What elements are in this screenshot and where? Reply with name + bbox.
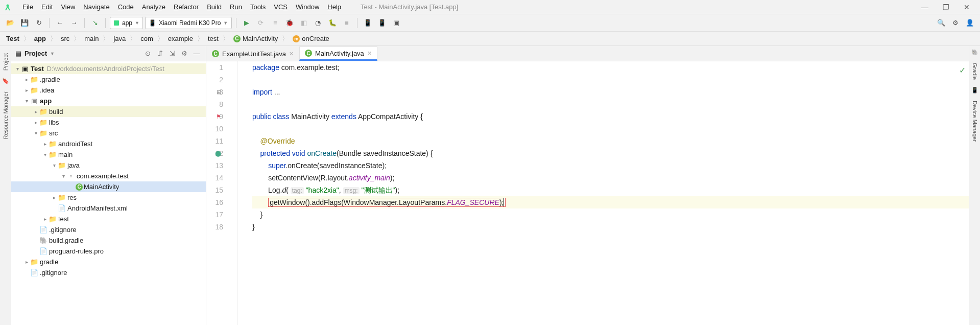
device-selector[interactable]: 📱 Xiaomi Redmi K30 Pro ▼ (145, 17, 232, 29)
open-button[interactable]: 📂 (4, 17, 16, 29)
tree-root[interactable]: ▾▣ Test D:\workdocuments\AndroidProjects… (11, 63, 206, 74)
run-button[interactable]: ▶ (241, 17, 253, 29)
chevron-down-icon[interactable]: ▼ (50, 51, 55, 56)
tree-row[interactable]: 📄proguard-rules.pro (11, 246, 206, 257)
folder-icon: 📁 (57, 194, 66, 201)
menu-help[interactable]: Help (323, 3, 345, 11)
close-icon[interactable]: ✕ (367, 50, 372, 57)
close-icon[interactable]: ✕ (289, 51, 294, 57)
instant-run-button[interactable]: ≡ (269, 17, 281, 29)
menu-window[interactable]: Window (292, 3, 323, 11)
bc-item[interactable]: src (59, 35, 71, 42)
bc-item[interactable]: java (111, 35, 128, 42)
menu-edit[interactable]: Edit (37, 3, 57, 11)
tree-row[interactable]: ▸📁test (11, 214, 206, 224)
expand-all-icon[interactable]: ⇵ (155, 50, 165, 57)
tree-row[interactable]: ▸📁gradle (11, 257, 206, 267)
module-selector[interactable]: app ▼ (110, 17, 143, 29)
bookmark-icon[interactable]: 🔖 (2, 78, 9, 84)
tree-row[interactable]: 📄.gitignore (11, 224, 206, 235)
bc-item[interactable]: com (138, 35, 155, 42)
bc-item[interactable]: monCreate (291, 35, 331, 42)
bc-item[interactable]: Test (4, 35, 21, 42)
settings-button[interactable]: ⚙ (949, 17, 962, 29)
tree-row[interactable]: ▾▣app (11, 96, 206, 106)
inspections-ok-icon[interactable]: ✓ (959, 64, 966, 77)
menu-bar: File Edit View Navigate Code Analyze Ref… (0, 0, 980, 14)
back-button[interactable]: ← (54, 17, 66, 29)
save-button[interactable]: 💾 (18, 17, 31, 29)
menu-file[interactable]: File (18, 3, 37, 11)
file-icon: 📄 (39, 247, 48, 255)
menu-analyze[interactable]: Analyze (138, 3, 170, 11)
avd-button[interactable]: 📱 (362, 17, 374, 29)
user-button[interactable]: 👤 (964, 17, 976, 29)
bc-item[interactable]: test (206, 35, 221, 42)
tab-example-unit-test[interactable]: C ExampleUnitTest.java ✕ (206, 47, 299, 61)
debug-button[interactable]: 🐞 (283, 17, 296, 29)
tree-row[interactable]: CMainActivity (11, 181, 206, 192)
device-manager-tab[interactable]: Device Manager (972, 97, 978, 146)
maximize-icon[interactable]: ❐ (943, 3, 949, 11)
tree-row[interactable]: ▸📁.idea (11, 85, 206, 96)
device-icon[interactable]: 📱 (971, 87, 978, 94)
sync-button[interactable]: ↻ (33, 17, 45, 29)
tree-row[interactable]: ▸📁build (11, 106, 206, 117)
search-button[interactable]: 🔍 (935, 17, 947, 29)
class-icon: C (233, 35, 241, 42)
code-body[interactable]: ✓ package com.example.test; import ... p… (238, 61, 969, 325)
show-options-icon[interactable]: ⚙ (179, 50, 189, 57)
project-tool-tab[interactable]: Project (3, 49, 9, 75)
app-inspection-button[interactable]: ▣ (390, 17, 402, 29)
build-button[interactable]: ↘ (89, 17, 101, 29)
folder-icon: 📁 (30, 86, 39, 94)
bc-item[interactable]: app (32, 35, 48, 42)
collapse-all-icon[interactable]: ⇲ (167, 50, 177, 57)
close-icon[interactable]: ✕ (964, 3, 970, 11)
profile-button[interactable]: ◔ (312, 17, 324, 29)
tree-row[interactable]: ▾📁java (11, 160, 206, 171)
resource-manager-tab[interactable]: Resource Manager (3, 87, 9, 144)
select-opened-file-icon[interactable]: ⊙ (142, 50, 153, 57)
tree-row[interactable]: ▸📁res (11, 192, 206, 203)
tree-row[interactable]: ▸📁libs (11, 117, 206, 128)
tree-row[interactable]: ▸📁.gradle (11, 74, 206, 85)
gradle-icon[interactable]: 🐘 (971, 49, 978, 56)
menu-view[interactable]: View (57, 3, 79, 11)
tree-row[interactable]: 🐘build.gradle (11, 235, 206, 246)
hide-icon[interactable]: — (192, 50, 202, 57)
folder-icon: 📁 (39, 119, 48, 126)
tree-row[interactable]: ▾📁main (11, 149, 206, 160)
menu-vcs[interactable]: VCS (270, 3, 292, 11)
rerun-button[interactable]: ⟳ (255, 17, 267, 29)
tree-row[interactable]: 📄.gitignore (11, 267, 206, 278)
code-area[interactable]: 1 2 3⊞ 8 9⚑ 10 11 12⬤ 13 14 15 16 17 18 … (206, 61, 969, 325)
menu-navigate[interactable]: Navigate (79, 3, 113, 11)
menu-tools[interactable]: Tools (246, 3, 270, 11)
menu-build[interactable]: Build (203, 3, 226, 11)
attach-debugger-button[interactable]: 🐛 (326, 17, 339, 29)
bc-item[interactable]: example (166, 35, 195, 42)
menu-refactor[interactable]: Refactor (170, 3, 203, 11)
forward-button[interactable]: → (68, 17, 80, 29)
sdk-button[interactable]: 📱 (376, 17, 388, 29)
tab-main-activity[interactable]: C MainActivity.java ✕ (299, 47, 377, 61)
minimize-icon[interactable]: — (921, 3, 928, 11)
coverage-button[interactable]: ◧ (298, 17, 310, 29)
tree-row[interactable]: ▾📁src (11, 128, 206, 138)
tree-row[interactable]: ▸📁androidTest (11, 138, 206, 149)
file-icon: 📄 (57, 204, 66, 212)
project-header-title[interactable]: Project (25, 50, 47, 57)
menu-run[interactable]: Run (226, 3, 246, 11)
stop-button[interactable]: ■ (341, 17, 353, 29)
tree-row[interactable]: 📄AndroidManifest.xml (11, 203, 206, 214)
gradle-tab[interactable]: Gradle (972, 59, 978, 84)
bc-item[interactable]: main (82, 35, 101, 42)
folder-icon: 📁 (48, 140, 57, 148)
gutter: 1 2 3⊞ 8 9⚑ 10 11 12⬤ 13 14 15 16 17 18 (206, 61, 238, 325)
file-icon: ▣ (30, 97, 39, 105)
menu-code[interactable]: Code (114, 3, 138, 11)
project-tree[interactable]: ▾▣ Test D:\workdocuments\AndroidProjects… (11, 61, 206, 325)
tree-row[interactable]: ▾▫com.example.test (11, 171, 206, 181)
bc-item[interactable]: CMainActivity (231, 35, 280, 42)
